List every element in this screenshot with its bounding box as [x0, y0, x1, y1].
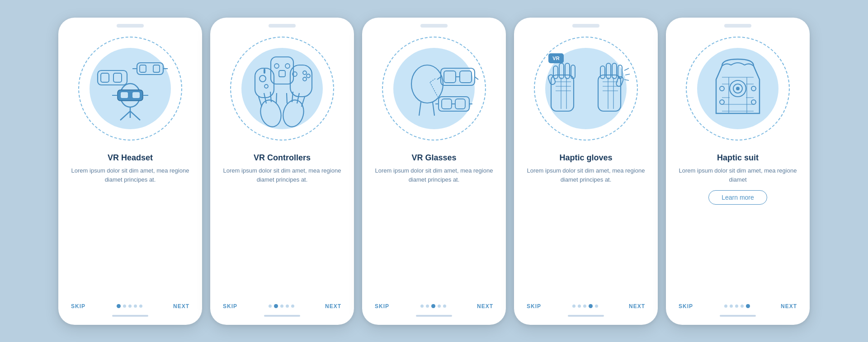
- illustration-area-vr-headset: [58, 28, 202, 150]
- nav-row-vr-glasses: SKIP NEXT: [362, 303, 506, 309]
- svg-rect-13: [140, 65, 146, 72]
- svg-rect-73: [612, 63, 617, 79]
- nav-row-vr-headset: SKIP NEXT: [58, 303, 202, 309]
- dot-1: [117, 304, 121, 308]
- dot-3b: [280, 305, 283, 308]
- dot-2e: [730, 305, 733, 308]
- illustration-area-vr-glasses: [362, 28, 506, 150]
- dots-row-haptic-gloves: [572, 304, 598, 308]
- haptic-suit-icon: [693, 43, 783, 134]
- vr-glasses-icon: [387, 43, 481, 134]
- skip-button-vr-glasses[interactable]: SKIP: [375, 303, 389, 309]
- dot-2: [123, 305, 126, 308]
- svg-line-21: [276, 93, 277, 103]
- nav-row-vr-controllers: SKIP NEXT: [210, 303, 354, 309]
- svg-line-81: [624, 68, 629, 70]
- phone-bottom-bar-4: [568, 315, 604, 317]
- dots-row-haptic-suit: [724, 304, 750, 308]
- dot-4b: [286, 305, 289, 308]
- dot-2b: [274, 304, 278, 308]
- next-button-vr-headset[interactable]: NEXT: [173, 303, 189, 309]
- dot-1c: [420, 305, 424, 308]
- svg-rect-45: [460, 71, 472, 83]
- dot-3c: [431, 304, 435, 308]
- phone-card-vr-controllers: VR Controllers Lorem ipsum dolor sit dim…: [210, 18, 354, 325]
- haptic-gloves-icon: VR: [538, 43, 633, 134]
- dots-row-vr-controllers: [269, 304, 294, 308]
- svg-point-86: [736, 87, 740, 90]
- svg-point-97: [751, 86, 756, 91]
- dot-5c: [443, 305, 446, 308]
- svg-rect-72: [606, 63, 611, 79]
- phone-bottom-bar: [112, 315, 148, 317]
- svg-point-35: [303, 77, 307, 81]
- illustration-area-vr-controllers: [210, 28, 354, 150]
- vr-headset-icon: [85, 46, 175, 131]
- skip-button-haptic-gloves[interactable]: SKIP: [527, 303, 541, 309]
- next-button-haptic-suit[interactable]: NEXT: [781, 303, 797, 309]
- svg-line-56: [430, 82, 438, 97]
- svg-line-48: [475, 77, 478, 80]
- svg-point-98: [720, 100, 724, 104]
- dot-3e: [735, 305, 738, 308]
- dots-row-vr-headset: [117, 304, 142, 308]
- dot-1d: [572, 305, 576, 308]
- skip-button-haptic-suit[interactable]: SKIP: [679, 303, 693, 309]
- phone-notch-5: [724, 24, 751, 28]
- card-title-vr-controllers: VR Controllers: [254, 153, 311, 163]
- svg-line-18: [259, 97, 262, 107]
- illustration-area-haptic-gloves: VR: [514, 28, 658, 150]
- svg-rect-44: [444, 71, 456, 83]
- svg-rect-61: [559, 63, 564, 79]
- skip-button-vr-controllers[interactable]: SKIP: [223, 303, 237, 309]
- svg-point-24: [264, 84, 268, 88]
- svg-rect-10: [101, 73, 109, 82]
- next-button-haptic-gloves[interactable]: NEXT: [629, 303, 645, 309]
- phone-card-haptic-gloves: VR: [514, 18, 658, 325]
- dot-3: [128, 305, 132, 308]
- svg-point-17: [258, 98, 284, 129]
- svg-line-41: [419, 102, 421, 116]
- svg-point-37: [274, 64, 279, 68]
- nav-row-haptic-suit: SKIP NEXT: [666, 303, 810, 309]
- svg-point-40: [411, 65, 443, 103]
- skip-button-vr-headset[interactable]: SKIP: [71, 303, 85, 309]
- svg-rect-6: [132, 92, 140, 98]
- illustration-area-haptic-suit: [666, 28, 810, 150]
- dot-1e: [724, 305, 727, 308]
- phone-bottom-bar-3: [416, 315, 452, 317]
- svg-rect-14: [153, 65, 160, 72]
- next-button-vr-controllers[interactable]: NEXT: [325, 303, 341, 309]
- card-description-haptic-suit: Lorem ipsum dolor sit dim amet, mea regi…: [666, 166, 810, 185]
- phone-card-vr-headset: VR Headset Lorem ipsum dolor sit dim ame…: [58, 18, 202, 325]
- card-description-vr-controllers: Lorem ipsum dolor sit dim amet, mea regi…: [210, 166, 354, 185]
- dot-2c: [426, 305, 429, 308]
- svg-point-38: [285, 64, 290, 68]
- svg-rect-5: [121, 92, 128, 98]
- card-title-vr-glasses: VR Glasses: [411, 153, 456, 163]
- svg-line-30: [287, 93, 287, 103]
- phone-card-haptic-suit: Haptic suit Lorem ipsum dolor sit dim am…: [666, 18, 810, 325]
- svg-point-96: [720, 86, 724, 91]
- dot-4d: [589, 304, 593, 308]
- next-button-vr-glasses[interactable]: NEXT: [477, 303, 493, 309]
- svg-point-23: [259, 75, 266, 82]
- dot-5b: [291, 305, 294, 308]
- dot-1b: [269, 305, 272, 308]
- learn-more-button[interactable]: Learn more: [708, 190, 767, 205]
- card-description-vr-headset: Lorem ipsum dolor sit dim amet, mea regi…: [58, 166, 202, 185]
- svg-line-47: [437, 77, 441, 80]
- svg-rect-52: [455, 99, 465, 109]
- phone-notch-3: [420, 24, 448, 28]
- svg-line-28: [297, 93, 299, 103]
- svg-line-83: [624, 80, 629, 80]
- dot-5: [139, 305, 142, 308]
- phone-bottom-bar-5: [720, 315, 756, 317]
- phone-notch-2: [269, 24, 296, 28]
- svg-line-2: [120, 111, 130, 120]
- svg-rect-60: [553, 66, 558, 79]
- card-title-vr-headset: VR Headset: [108, 153, 153, 163]
- svg-text:VR: VR: [552, 56, 559, 61]
- phone-card-vr-glasses: VR Glasses Lorem ipsum dolor sit dim ame…: [362, 18, 506, 325]
- svg-rect-11: [113, 73, 122, 82]
